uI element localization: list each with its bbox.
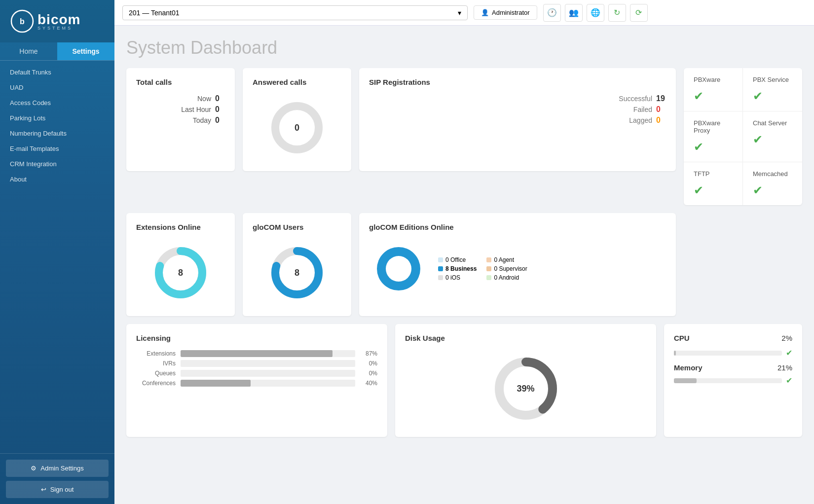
admin-user-button[interactable]: 👤 Administrator: [474, 5, 537, 20]
globe-button[interactable]: 🌐: [587, 4, 604, 22]
gear-icon: ⚙: [31, 465, 37, 472]
lic-extensions-row: Extensions 87%: [136, 350, 377, 357]
sidebar-item-access-codes[interactable]: Access Codes: [0, 95, 114, 110]
status-pbx-service: PBX Service ✔: [743, 68, 802, 111]
legend-supervisor-dot: [486, 266, 491, 271]
cpu-bar-wrap: [674, 351, 782, 356]
tenant-select[interactable]: 201 — Tenant01 ▾: [122, 5, 468, 20]
calls-today-row: Today 0: [136, 116, 225, 125]
cpu-bar: [674, 351, 676, 356]
sip-successful-row: Successful 19: [369, 94, 666, 103]
person-icon: 👤: [481, 9, 489, 16]
sidebar-nav: Default Trunks UAD Access Codes Parking …: [0, 61, 114, 453]
legend-android-dot: [486, 275, 491, 280]
calls-last-hour-row: Last Hour 0: [136, 105, 225, 114]
sign-out-button[interactable]: ↩ Sign out: [6, 481, 109, 498]
glocom-editions-card: gloCOM Editions Online 0 Office: [359, 213, 676, 316]
disk-usage-title: Disk Usage: [405, 334, 646, 342]
sidebar: b bicom SYSTEMS Home Settings Default Tr…: [0, 0, 114, 504]
total-calls-title: Total calls: [136, 78, 225, 86]
bicom-logo-icon: b: [10, 9, 35, 34]
memory-bar-wrap: [674, 378, 782, 383]
legend-android: 0 Android: [486, 274, 527, 281]
sidebar-item-about[interactable]: About: [0, 172, 114, 187]
globe-icon: 🌐: [591, 8, 600, 17]
dashboard-content: System Dashboard Total calls Now 0 Last …: [114, 26, 814, 504]
signout-icon: ↩: [41, 486, 46, 493]
extensions-online-card: Extensions Online 8: [126, 213, 235, 316]
legend-agent-dot: [486, 257, 491, 262]
users-button[interactable]: 👥: [565, 4, 583, 22]
status-chat-server: Chat Server ✔: [743, 111, 802, 162]
answered-calls-title: Answered calls: [253, 78, 341, 86]
memory-check-icon: ✔: [786, 376, 792, 385]
lic-extensions-bar: [181, 350, 333, 357]
topbar: 201 — Tenant01 ▾ 👤 Administrator 🕐 👥 🌐 ↻…: [114, 0, 814, 26]
pbxware-proxy-check-icon: ✔: [694, 140, 733, 154]
legend-agent: 0 Agent: [486, 256, 527, 263]
sidebar-bottom: ⚙ Admin Settings ↩ Sign out: [0, 453, 114, 504]
legend-office: 0 Office: [438, 256, 479, 263]
svg-text:b: b: [20, 17, 25, 26]
refresh-button[interactable]: ↻: [608, 4, 626, 22]
sip-title: SIP Registrations: [369, 78, 666, 86]
sip-card: SIP Registrations Successful 19 Failed 0…: [359, 68, 676, 171]
glocom-editions-title: gloCOM Editions Online: [369, 223, 666, 231]
memory-header: Memory 21%: [674, 363, 792, 372]
answered-calls-card: Answered calls 0: [243, 68, 351, 171]
lic-conferences-bar-wrap: [181, 380, 355, 387]
sidebar-tabs: Home Settings: [0, 42, 114, 61]
logo-text: bicom: [37, 12, 80, 27]
lic-queues-bar-wrap: [181, 370, 355, 377]
sidebar-item-parking-lots[interactable]: Parking Lots: [0, 110, 114, 126]
calls-now-row: Now 0: [136, 94, 225, 103]
sidebar-item-uad[interactable]: UAD: [0, 80, 114, 95]
tftp-check-icon: ✔: [694, 183, 733, 197]
lic-ivrs-bar-wrap: [181, 360, 355, 367]
memory-bar: [674, 378, 697, 383]
sidebar-logo: b bicom SYSTEMS: [0, 0, 114, 42]
lic-conferences-row: Conferences 40%: [136, 380, 377, 387]
cpu-header: CPU 2%: [674, 334, 792, 342]
pbxware-check-icon: ✔: [694, 89, 733, 103]
tab-home[interactable]: Home: [0, 42, 57, 60]
glocom-editions-wrap: 0 Office 0 Agent 8 Business 0 Super: [369, 239, 666, 298]
dashboard-title: System Dashboard: [126, 37, 802, 58]
cpu-check-icon: ✔: [786, 348, 792, 358]
answered-calls-donut: 0: [253, 94, 341, 161]
history-icon: 🕐: [547, 8, 557, 17]
lic-extensions-bar-wrap: [181, 350, 355, 357]
lic-conferences-bar: [181, 380, 251, 387]
tab-settings[interactable]: Settings: [57, 42, 114, 60]
topbar-icons: 🕐 👥 🌐 ↻ ⟳: [543, 4, 648, 22]
glocom-users-title: gloCOM Users: [253, 223, 341, 231]
sidebar-item-numbering-defaults[interactable]: Numbering Defaults: [0, 126, 114, 141]
status-pbxware-proxy: PBXware Proxy ✔: [684, 111, 743, 162]
admin-settings-button[interactable]: ⚙ Admin Settings: [6, 460, 109, 477]
licensing-title: Licensing: [136, 334, 377, 342]
cpu-bar-row: ✔: [674, 348, 792, 358]
glocom-users-card: gloCOM Users 8: [243, 213, 351, 316]
legend-ios-dot: [438, 275, 443, 280]
sip-failed-row: Failed 0: [369, 105, 666, 114]
total-calls-card: Total calls Now 0 Last Hour 0 Today 0: [126, 68, 235, 171]
extensions-online-title: Extensions Online: [136, 223, 225, 231]
disk-usage-value: 39%: [517, 384, 534, 394]
status-memcached: Memcached ✔: [743, 162, 802, 205]
cpu-memory-card: CPU 2% ✔ Memory 21% ✔: [664, 324, 802, 437]
sidebar-item-default-trunks[interactable]: Default Trunks: [0, 65, 114, 80]
legend-office-dot: [438, 257, 443, 262]
history-button[interactable]: 🕐: [543, 4, 561, 22]
status-pbxware: PBXware ✔: [684, 68, 743, 111]
chevron-down-icon: ▾: [458, 9, 461, 17]
glocom-legend: 0 Office 0 Agent 8 Business 0 Super: [438, 256, 527, 281]
sync-button[interactable]: ⟳: [630, 4, 648, 22]
disk-donut-container: 39%: [405, 350, 646, 427]
sip-lagged-row: Lagged 0: [369, 116, 666, 125]
sidebar-item-crm-integration[interactable]: CRM Integration: [0, 156, 114, 172]
sidebar-item-email-templates[interactable]: E-mail Templates: [0, 141, 114, 156]
disk-usage-card: Disk Usage 39%: [395, 324, 656, 437]
pbx-service-check-icon: ✔: [753, 89, 792, 103]
legend-ios: 0 iOS: [438, 274, 479, 281]
main-area: 201 — Tenant01 ▾ 👤 Administrator 🕐 👥 🌐 ↻…: [114, 0, 814, 504]
